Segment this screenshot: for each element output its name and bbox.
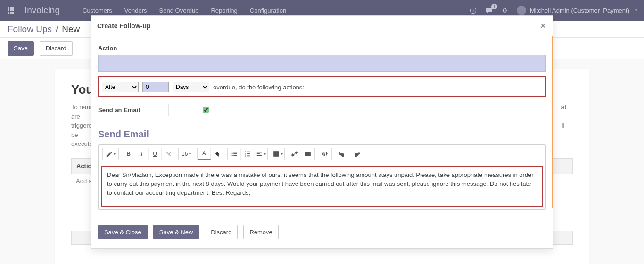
create-followup-modal: Create Follow-up × Action After Before D… xyxy=(91,15,553,249)
timing-unit-select[interactable]: Days Weeks Months xyxy=(173,82,209,92)
editor-align-dropdown[interactable] xyxy=(254,148,267,160)
modal-footer: Save & Close Save & New Discard Remove xyxy=(91,219,553,248)
nav-menu: Customers Vendors Send Overdue Reporting… xyxy=(83,7,286,14)
editor-toolbar: B I U 16 A xyxy=(99,145,545,163)
editor-bold-button[interactable]: B xyxy=(122,148,135,160)
modified-indicator-bar xyxy=(552,36,553,208)
svg-rect-4 xyxy=(10,9,12,11)
chat-badge: 1 xyxy=(491,4,497,9)
svg-rect-22 xyxy=(257,152,262,153)
send-email-row: Send an Email xyxy=(98,104,546,116)
svg-rect-6 xyxy=(8,12,9,14)
action-input[interactable] xyxy=(98,55,546,72)
svg-rect-3 xyxy=(8,9,9,11)
svg-rect-23 xyxy=(257,153,260,154)
editor-link-button[interactable] xyxy=(288,148,301,160)
editor-redo-button[interactable] xyxy=(351,148,364,160)
breadcrumb-current: New xyxy=(62,24,80,34)
svg-rect-5 xyxy=(12,9,14,11)
svg-rect-1 xyxy=(10,7,12,9)
svg-rect-20 xyxy=(247,153,250,154)
separator xyxy=(168,104,169,116)
editor-clear-format-button[interactable] xyxy=(162,148,175,160)
close-icon[interactable]: × xyxy=(540,21,546,31)
svg-rect-21 xyxy=(247,156,250,157)
svg-rect-14 xyxy=(233,153,237,154)
editor-style-dropdown[interactable] xyxy=(103,148,118,160)
timing-value-input[interactable] xyxy=(142,82,169,92)
send-email-section-heading: Send Email xyxy=(98,129,546,140)
modal-body: Action After Before Days Weeks Months ov… xyxy=(91,36,553,219)
svg-rect-7 xyxy=(10,12,12,14)
svg-rect-15 xyxy=(233,155,237,156)
send-an-email-label: Send an Email xyxy=(98,106,140,113)
svg-rect-2 xyxy=(12,7,14,9)
editor-undo-button[interactable] xyxy=(335,148,348,160)
editor-ol-button[interactable]: 123 xyxy=(241,148,254,160)
svg-text:3: 3 xyxy=(245,155,246,157)
timing-suffix-text: overdue, do the following actions: xyxy=(213,84,304,91)
chat-icon[interactable]: 1 xyxy=(485,7,493,14)
timing-row-highlight: After Before Days Weeks Months overdue, … xyxy=(98,76,546,97)
svg-rect-25 xyxy=(274,152,279,157)
timing-when-select[interactable]: After Before xyxy=(102,82,139,92)
apps-grid-icon[interactable] xyxy=(7,6,15,15)
editor-fontsize-dropdown[interactable]: 16 xyxy=(179,148,194,160)
save-button[interactable]: Save xyxy=(8,41,34,56)
app-brand[interactable]: Invoicing xyxy=(25,5,60,16)
editor-underline-button[interactable]: U xyxy=(149,148,162,160)
save-close-button[interactable]: Save & Close xyxy=(98,225,148,239)
editor-table-dropdown[interactable] xyxy=(271,148,284,160)
modal-header: Create Follow-up × xyxy=(91,16,553,36)
save-new-button[interactable]: Save & New xyxy=(153,225,199,239)
editor-code-button[interactable] xyxy=(318,148,331,160)
editor-bg-color-button[interactable] xyxy=(211,148,224,160)
svg-rect-8 xyxy=(12,12,14,14)
breadcrumb-separator: / xyxy=(56,24,58,34)
editor-text-color-button[interactable]: A xyxy=(198,148,211,160)
bug-icon[interactable] xyxy=(501,7,508,14)
send-email-checkbox[interactable] xyxy=(203,107,209,113)
modal-discard-button[interactable]: Discard xyxy=(205,225,238,239)
editor-image-button[interactable] xyxy=(301,148,314,160)
svg-rect-19 xyxy=(247,152,250,152)
remove-button[interactable]: Remove xyxy=(243,225,278,239)
nav-menu-send-overdue[interactable]: Send Overdue xyxy=(159,7,199,14)
svg-point-12 xyxy=(231,155,232,156)
modal-title: Create Follow-up xyxy=(97,22,151,30)
editor-textarea[interactable]: Dear Sir/Madam, Exception made if there … xyxy=(101,166,543,207)
nav-menu-customers[interactable]: Customers xyxy=(83,7,112,14)
svg-point-10 xyxy=(231,152,232,152)
svg-point-11 xyxy=(231,153,232,154)
clock-icon[interactable] xyxy=(470,7,477,14)
svg-rect-24 xyxy=(257,155,262,156)
nav-right: 1 Mitchell Admin (Customer_Payment) ▾ xyxy=(470,6,637,15)
user-name-label: Mitchell Admin (Customer_Payment) xyxy=(530,7,629,14)
user-menu[interactable]: Mitchell Admin (Customer_Payment) ▾ xyxy=(517,6,637,15)
chevron-down-icon: ▾ xyxy=(635,8,637,13)
avatar xyxy=(517,6,526,15)
nav-menu-reporting[interactable]: Reporting xyxy=(211,7,237,14)
action-label: Action xyxy=(98,45,546,52)
svg-rect-13 xyxy=(233,152,237,153)
breadcrumb-parent[interactable]: Follow Ups xyxy=(8,24,52,34)
nav-menu-configuration[interactable]: Configuration xyxy=(250,7,286,14)
editor-ul-button[interactable] xyxy=(228,148,241,160)
rich-text-editor: B I U 16 A xyxy=(98,144,546,210)
discard-button[interactable]: Discard xyxy=(40,41,73,56)
nav-menu-vendors[interactable]: Vendors xyxy=(124,7,147,14)
svg-rect-0 xyxy=(8,7,9,9)
editor-italic-button[interactable]: I xyxy=(135,148,149,160)
